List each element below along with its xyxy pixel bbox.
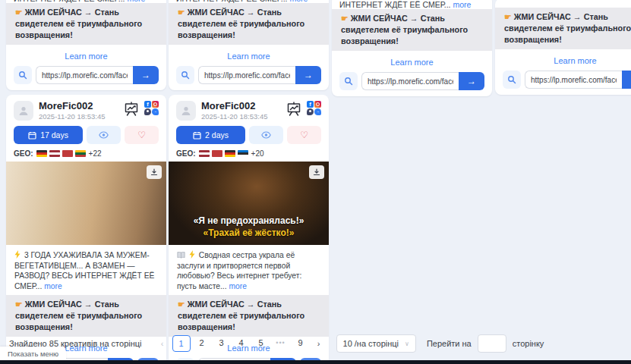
arrow-right-icon: → <box>304 70 313 80</box>
country-flag <box>49 150 60 157</box>
cta-text: ЖМИ СЕЙЧАС → Стань свидетелем её триумфа… <box>15 300 142 331</box>
chevron-down-icon: ∨ <box>405 340 409 347</box>
goto-page-suffix: сторінку <box>513 339 544 348</box>
landing-url-row: → <box>503 71 631 89</box>
goto-page-input[interactable] <box>478 334 506 353</box>
search-icon <box>18 71 27 80</box>
cta-text: ЖМИ СЕЙЧАС → Стань свидетелем её триумфа… <box>341 14 468 46</box>
landing-url-input[interactable] <box>198 66 295 84</box>
cta-band: ☛ЖМИ СЕЙЧАС → Стань свидетелем её триумф… <box>495 8 631 49</box>
cta-band: ☛ЖМИ СЕЙЧАС → Стань свидетелем её триумф… <box>6 3 166 45</box>
learn-more-link[interactable]: Learn more <box>339 55 484 71</box>
clipped-text: ИНТЕРНЕТ ЖДЁТ ЕЁ СМЕР... <box>176 0 288 3</box>
country-flag <box>225 150 235 157</box>
download-image-button[interactable] <box>309 165 324 179</box>
page-button[interactable]: 2 <box>194 335 210 350</box>
profile-badge-icon[interactable] <box>144 108 151 115</box>
search-button[interactable] <box>503 71 521 89</box>
page-button[interactable]: 1 <box>172 335 191 352</box>
clipped-text: ИНТЕРНЕТ ЖДЁТ ЕЁ СМЕР... <box>14 0 125 3</box>
profile-name[interactable]: MoreFic002 <box>201 101 286 111</box>
caption-line-1: «Я не предохранялась!» <box>169 215 329 227</box>
profile-badge-icon[interactable] <box>307 108 314 115</box>
cta-band: ☛ЖМИ СЕЙЧАС → Стань свидетелем её триумф… <box>6 295 166 337</box>
views-button[interactable] <box>249 126 283 144</box>
landing-url-input[interactable] <box>36 66 133 84</box>
geo-row: GEO: +22 <box>14 149 159 158</box>
days-active-button[interactable]: 2 days <box>176 126 245 144</box>
creative-description: Сводная сестра украла её заслуги и притв… <box>176 245 321 295</box>
country-flag <box>199 150 210 157</box>
open-url-button[interactable]: → <box>133 66 159 84</box>
next-page-button[interactable]: › <box>312 336 326 351</box>
search-button[interactable] <box>339 72 358 90</box>
facebook-icon[interactable]: f <box>307 101 314 108</box>
favorite-button[interactable]: ♡ <box>287 126 321 144</box>
country-flag <box>62 150 73 157</box>
page-button[interactable]: 3 <box>213 335 230 350</box>
download-image-button[interactable] <box>147 165 162 179</box>
lightning-icon <box>189 250 195 259</box>
more-link[interactable]: more <box>453 0 472 9</box>
open-url-button[interactable]: → <box>459 72 484 90</box>
prev-page-button[interactable]: ‹ <box>156 336 169 351</box>
profile-name[interactable]: MoreFic002 <box>39 101 123 111</box>
creative-image[interactable] <box>6 162 166 245</box>
show-menu-button[interactable]: Показать меню <box>0 347 66 360</box>
facebook-icon[interactable]: f <box>144 101 151 108</box>
learn-more-link[interactable]: Learn more <box>14 49 159 64</box>
clipped-description: ИНТЕРНЕТ ЖДЁТ ЕЁ СМЕР... more <box>14 0 159 3</box>
page-list: 12345•••9 <box>172 335 309 352</box>
creative-description: 3 ГОДА УХАЖИВАЛА ЗА МУЖЕМ-ВЕГЕТАТИВЦЕМ..… <box>14 245 159 295</box>
search-button[interactable] <box>176 66 194 84</box>
creative-card-partial: ИНТЕРНЕТ ЖДЁТ ЕЁ СМЕР... more ☛ЖМИ СЕЙЧА… <box>169 0 329 90</box>
messenger-icon[interactable] <box>314 108 321 115</box>
days-active-button[interactable]: 17 days <box>14 126 83 144</box>
landing-url-input[interactable] <box>361 72 459 90</box>
pointing-hand-icon: ☛ <box>178 8 185 17</box>
download-icon <box>313 168 320 176</box>
eye-icon <box>261 131 271 139</box>
search-icon <box>507 75 516 84</box>
page-size-select[interactable]: 10 /на сторінці ∨ <box>336 334 416 353</box>
landing-url-input[interactable] <box>525 71 622 89</box>
arrow-right-icon: → <box>141 70 150 80</box>
geo-flags <box>36 150 86 157</box>
open-url-button[interactable]: → <box>622 71 631 89</box>
search-button[interactable] <box>14 66 32 84</box>
instagram-icon[interactable] <box>314 101 321 108</box>
creative-card-partial: ИНТЕРНЕТ ЖДЁТ ЕЁ СМЕР... more ☛ЖМИ СЕЙЧА… <box>332 0 492 96</box>
more-link[interactable]: more <box>229 282 246 290</box>
presentation-chart-icon[interactable] <box>123 101 140 118</box>
creative-timestamp: 2025-11-20 18:53:45 <box>201 112 286 121</box>
cta-band: ☛ЖМИ СЕЙЧАС → Стань свидетелем её триумф… <box>169 3 329 45</box>
favorite-button[interactable]: ♡ <box>125 126 159 144</box>
book-icon <box>177 252 185 259</box>
learn-more-link[interactable]: Learn more <box>176 49 321 64</box>
social-network-icons: f <box>144 101 159 115</box>
grid-column-3: ИНТЕРНЕТ ЖДЁТ ЕЁ СМЕР... more ☛ЖМИ СЕЙЧА… <box>332 0 492 96</box>
more-link[interactable]: more <box>128 0 146 3</box>
page-button[interactable]: 9 <box>292 335 309 350</box>
header-icons: f <box>286 101 321 118</box>
open-url-button[interactable]: → <box>295 66 321 84</box>
bottom-edge-bar <box>0 360 631 364</box>
creative-image[interactable]: «Я не предохранялась!» «Трахай её жёстко… <box>169 162 329 245</box>
more-link[interactable]: more <box>290 0 308 3</box>
page-button[interactable]: 5 <box>253 335 270 350</box>
messenger-icon[interactable] <box>152 108 159 115</box>
geo-label: GEO: <box>176 149 196 158</box>
geo-extra-count[interactable]: +20 <box>251 149 264 158</box>
views-button[interactable] <box>87 126 121 144</box>
learn-more-link[interactable]: Learn more <box>503 54 631 69</box>
geo-extra-count[interactable]: +22 <box>89 149 102 158</box>
page-button[interactable]: 4 <box>233 335 250 350</box>
social-network-icons: f <box>307 101 321 115</box>
presentation-chart-icon[interactable] <box>286 101 302 118</box>
landing-url-row: → <box>339 72 484 90</box>
arrow-right-icon: → <box>467 76 476 86</box>
avatar <box>14 101 33 121</box>
instagram-icon[interactable] <box>152 101 159 108</box>
profile-info: MoreFic002 2025-11-20 18:53:45 <box>39 101 123 121</box>
more-link[interactable]: more <box>44 282 62 290</box>
